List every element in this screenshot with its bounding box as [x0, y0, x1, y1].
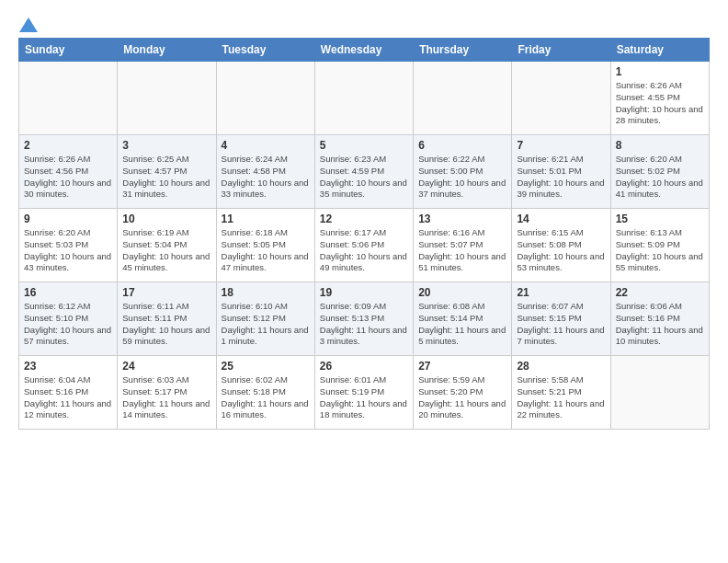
header [18, 15, 710, 29]
day-number: 2 [24, 139, 112, 152]
day-info: Sunrise: 6:07 AM Sunset: 5:15 PM Dayligh… [517, 301, 605, 348]
day-number: 24 [122, 360, 210, 373]
col-header-monday: Monday [118, 39, 216, 62]
day-info: Sunrise: 6:13 AM Sunset: 5:09 PM Dayligh… [616, 227, 704, 274]
day-cell: 28Sunrise: 5:58 AM Sunset: 5:21 PM Dayli… [512, 356, 610, 430]
col-header-wednesday: Wednesday [314, 39, 413, 62]
day-cell: 26Sunrise: 6:01 AM Sunset: 5:19 PM Dayli… [314, 356, 413, 430]
day-cell: 10Sunrise: 6:19 AM Sunset: 5:04 PM Dayli… [118, 209, 216, 282]
day-number: 12 [320, 213, 408, 225]
day-cell: 18Sunrise: 6:10 AM Sunset: 5:12 PM Dayli… [216, 282, 314, 356]
day-info: Sunrise: 6:21 AM Sunset: 5:01 PM Dayligh… [517, 154, 605, 201]
day-cell: 5Sunrise: 6:23 AM Sunset: 4:59 PM Daylig… [314, 135, 413, 209]
day-info: Sunrise: 6:20 AM Sunset: 5:02 PM Dayligh… [616, 154, 704, 201]
day-number: 25 [222, 360, 310, 373]
day-info: Sunrise: 6:19 AM Sunset: 5:04 PM Dayligh… [122, 227, 210, 274]
day-number: 7 [517, 139, 605, 152]
day-cell [314, 62, 413, 135]
day-number: 19 [320, 286, 408, 299]
logo [18, 15, 39, 29]
day-info: Sunrise: 6:11 AM Sunset: 5:11 PM Dayligh… [122, 301, 210, 348]
day-info: Sunrise: 6:02 AM Sunset: 5:18 PM Dayligh… [222, 374, 310, 421]
day-info: Sunrise: 6:01 AM Sunset: 5:19 PM Dayligh… [320, 374, 408, 421]
day-cell: 13Sunrise: 6:16 AM Sunset: 5:07 PM Dayli… [414, 209, 512, 282]
day-cell [118, 62, 216, 135]
day-info: Sunrise: 6:09 AM Sunset: 5:13 PM Dayligh… [320, 301, 408, 348]
day-number: 22 [616, 286, 704, 299]
day-number: 5 [320, 139, 408, 152]
day-of-week-row: SundayMondayTuesdayWednesdayThursdayFrid… [19, 39, 710, 62]
day-cell: 9Sunrise: 6:20 AM Sunset: 5:03 PM Daylig… [19, 209, 118, 282]
day-cell: 27Sunrise: 5:59 AM Sunset: 5:20 PM Dayli… [414, 356, 512, 430]
day-number: 13 [418, 213, 506, 225]
day-cell: 2Sunrise: 6:26 AM Sunset: 4:56 PM Daylig… [19, 135, 118, 209]
day-cell: 11Sunrise: 6:18 AM Sunset: 5:05 PM Dayli… [216, 209, 314, 282]
day-number: 6 [418, 139, 506, 152]
day-cell: 1Sunrise: 6:26 AM Sunset: 4:55 PM Daylig… [610, 62, 709, 135]
day-info: Sunrise: 6:20 AM Sunset: 5:03 PM Dayligh… [24, 227, 112, 274]
day-cell: 21Sunrise: 6:07 AM Sunset: 5:15 PM Dayli… [512, 282, 610, 356]
day-cell: 8Sunrise: 6:20 AM Sunset: 5:02 PM Daylig… [610, 135, 709, 209]
day-cell [216, 62, 314, 135]
calendar-body: 1Sunrise: 6:26 AM Sunset: 4:55 PM Daylig… [19, 62, 710, 430]
day-number: 27 [418, 360, 506, 373]
day-info: Sunrise: 6:26 AM Sunset: 4:55 PM Dayligh… [616, 80, 704, 127]
day-cell: 20Sunrise: 6:08 AM Sunset: 5:14 PM Dayli… [414, 282, 512, 356]
day-number: 14 [517, 213, 605, 225]
week-row-5: 23Sunrise: 6:04 AM Sunset: 5:16 PM Dayli… [19, 356, 710, 430]
day-number: 9 [24, 213, 112, 225]
day-info: Sunrise: 6:12 AM Sunset: 5:10 PM Dayligh… [24, 301, 112, 348]
week-row-1: 1Sunrise: 6:26 AM Sunset: 4:55 PM Daylig… [19, 62, 710, 135]
day-info: Sunrise: 6:15 AM Sunset: 5:08 PM Dayligh… [517, 227, 605, 274]
day-info: Sunrise: 5:59 AM Sunset: 5:20 PM Dayligh… [418, 374, 506, 421]
day-info: Sunrise: 6:17 AM Sunset: 5:06 PM Dayligh… [320, 227, 408, 274]
day-number: 15 [616, 213, 704, 225]
day-number: 16 [24, 286, 112, 299]
day-info: Sunrise: 6:04 AM Sunset: 5:16 PM Dayligh… [24, 374, 112, 421]
day-cell: 16Sunrise: 6:12 AM Sunset: 5:10 PM Dayli… [19, 282, 118, 356]
week-row-2: 2Sunrise: 6:26 AM Sunset: 4:56 PM Daylig… [19, 135, 710, 209]
day-number: 3 [122, 139, 210, 152]
calendar-table: SundayMondayTuesdayWednesdayThursdayFrid… [18, 38, 710, 430]
day-cell: 4Sunrise: 6:24 AM Sunset: 4:58 PM Daylig… [216, 135, 314, 209]
day-cell [19, 62, 118, 135]
day-cell [512, 62, 610, 135]
day-info: Sunrise: 6:06 AM Sunset: 5:16 PM Dayligh… [616, 301, 704, 348]
col-header-friday: Friday [512, 39, 610, 62]
day-number: 28 [517, 360, 605, 373]
day-number: 1 [616, 65, 704, 78]
day-cell: 24Sunrise: 6:03 AM Sunset: 5:17 PM Dayli… [118, 356, 216, 430]
day-cell: 17Sunrise: 6:11 AM Sunset: 5:11 PM Dayli… [118, 282, 216, 356]
col-header-thursday: Thursday [414, 39, 512, 62]
calendar-page: SundayMondayTuesdayWednesdayThursdayFrid… [0, 0, 728, 563]
day-cell: 23Sunrise: 6:04 AM Sunset: 5:16 PM Dayli… [19, 356, 118, 430]
day-info: Sunrise: 6:22 AM Sunset: 5:00 PM Dayligh… [418, 154, 506, 201]
day-info: Sunrise: 6:18 AM Sunset: 5:05 PM Dayligh… [222, 227, 310, 274]
logo-icon [19, 17, 38, 32]
day-cell: 3Sunrise: 6:25 AM Sunset: 4:57 PM Daylig… [118, 135, 216, 209]
day-number: 18 [222, 286, 310, 299]
day-number: 20 [418, 286, 506, 299]
day-number: 11 [222, 213, 310, 225]
day-number: 17 [122, 286, 210, 299]
day-number: 23 [24, 360, 112, 373]
col-header-saturday: Saturday [610, 39, 709, 62]
day-number: 10 [122, 213, 210, 225]
day-info: Sunrise: 6:24 AM Sunset: 4:58 PM Dayligh… [222, 154, 310, 201]
day-number: 4 [222, 139, 310, 152]
day-info: Sunrise: 6:23 AM Sunset: 4:59 PM Dayligh… [320, 154, 408, 201]
day-cell: 14Sunrise: 6:15 AM Sunset: 5:08 PM Dayli… [512, 209, 610, 282]
day-info: Sunrise: 6:16 AM Sunset: 5:07 PM Dayligh… [418, 227, 506, 274]
col-header-tuesday: Tuesday [216, 39, 314, 62]
day-cell [610, 356, 709, 430]
day-info: Sunrise: 6:08 AM Sunset: 5:14 PM Dayligh… [418, 301, 506, 348]
day-info: Sunrise: 6:25 AM Sunset: 4:57 PM Dayligh… [122, 154, 210, 201]
day-number: 21 [517, 286, 605, 299]
day-cell: 19Sunrise: 6:09 AM Sunset: 5:13 PM Dayli… [314, 282, 413, 356]
day-info: Sunrise: 6:26 AM Sunset: 4:56 PM Dayligh… [24, 154, 112, 201]
col-header-sunday: Sunday [19, 39, 118, 62]
day-cell: 6Sunrise: 6:22 AM Sunset: 5:00 PM Daylig… [414, 135, 512, 209]
day-cell: 25Sunrise: 6:02 AM Sunset: 5:18 PM Dayli… [216, 356, 314, 430]
week-row-4: 16Sunrise: 6:12 AM Sunset: 5:10 PM Dayli… [19, 282, 710, 356]
day-number: 8 [616, 139, 704, 152]
